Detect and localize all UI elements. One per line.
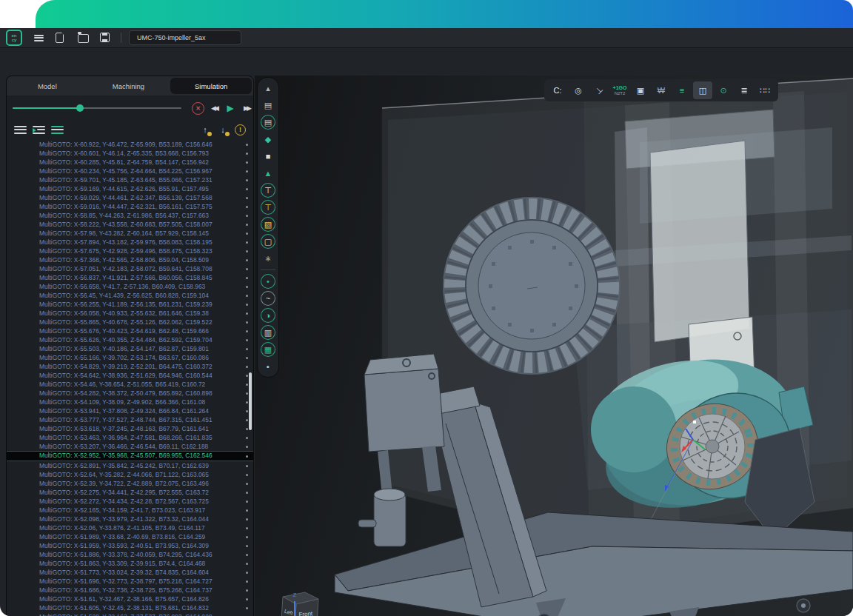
fixture-icon[interactable]: ▲ (261, 167, 275, 180)
stripes-display-icon[interactable]: ▥ (261, 326, 275, 339)
apps-grid-icon[interactable]: ∷∷ (755, 81, 775, 99)
spindle-icon[interactable]: ⊤ (261, 184, 275, 197)
view-cube[interactable]: Front Left Z X Y (262, 589, 351, 616)
play-button[interactable]: ▶ (224, 102, 237, 114)
nc-program-row[interactable]: MultiGOTO: X-57.98, Y-43.282, Z-60.164, … (7, 229, 253, 238)
nc-program-row[interactable]: MultiGOTO: X-51.863, Y-33.309, Z-39.915,… (7, 559, 253, 568)
nc-program-row[interactable]: MultiGOTO: X-60.601, Y-46.14, Z-65.335, … (7, 149, 253, 158)
nc-program-row[interactable]: MultiGOTO: X-52.891, Y-35.842, Z-45.242,… (7, 461, 253, 470)
slider-knob[interactable] (76, 104, 84, 112)
machine-icon[interactable]: ▤ (261, 98, 275, 112)
list-scrollbar[interactable] (249, 372, 252, 430)
nc-program-row[interactable]: MultiGOTO: X-54.109, Y-38.09, Z-49.902, … (7, 398, 253, 406)
nc-program-row[interactable]: MultiGOTO: X-59.016, Y-44.447, Z-62.321,… (7, 202, 253, 211)
points-display-icon[interactable]: • (261, 275, 275, 288)
open-file-button[interactable] (78, 33, 88, 43)
nc-program-row[interactable]: MultiGOTO: X-56.837, Y-41.921, Z-57.566,… (7, 273, 253, 282)
nc-program-row[interactable]: MultiGOTO: X-59.029, Y-44.461, Z-62.347,… (7, 193, 253, 202)
wireframe-icon[interactable]: ₩ (652, 81, 671, 99)
stock-icon[interactable]: ■ (261, 150, 275, 163)
nc-program-row[interactable]: MultiGOTO: X-52.952, Y-35.968, Z-45.507,… (7, 451, 253, 461)
fast-forward-button[interactable]: ▶▶ (240, 102, 253, 114)
holder-icon[interactable]: ▧ (261, 218, 275, 231)
nc-program-row[interactable]: MultiGOTO: X-55.676, Y-40.423, Z-54.619,… (7, 327, 253, 335)
nc-program-row[interactable]: MultiGOTO: X-56.058, Y-40.933, Z-55.632,… (7, 309, 253, 318)
warnings-button[interactable]: ! (235, 124, 246, 135)
nc-program-row[interactable]: MultiGOTO: X-57.894, Y-43.182, Z-59.976,… (7, 238, 253, 247)
collision-check-icon[interactable]: C: (548, 81, 567, 99)
nc-program-row[interactable]: MultiGOTO: X-53.777, Y-37.527, Z-48.744,… (7, 415, 253, 424)
nc-program-row[interactable]: MultiGOTO: X-56.658, Y-41.7, Z-57.136, B… (7, 282, 253, 291)
nc-program-row[interactable]: MultiGOTO: X-56.45, Y-41.439, Z-56.625, … (7, 291, 253, 300)
nc-program-row[interactable]: MultiGOTO: X-51.886, Y-33.378, Z-40.059,… (7, 550, 253, 559)
nc-program-row[interactable]: MultiGOTO: X-51.61, Y-32.467, Z-38.166, … (7, 595, 253, 603)
solid-display-icon[interactable]: ◑ (261, 309, 275, 322)
nc-program-row[interactable]: MultiGOTO: X-52.39, Y-34.722, Z-42.889, … (7, 479, 253, 488)
list-grouped-view-icon[interactable] (51, 126, 64, 134)
nc-program-row[interactable]: MultiGOTO: X-59.169, Y-44.615, Z-62.626,… (7, 184, 253, 193)
nc-program-row[interactable]: MultiGOTO: X-53.941, Y-37.808, Z-49.324,… (7, 406, 253, 415)
door-icon[interactable]: ▢ (261, 235, 275, 248)
nc-program-row[interactable]: MultiGOTO: X-51.696, Y-32.773, Z-38.797,… (7, 577, 253, 586)
nc-program-row[interactable]: MultiGOTO: X-60.922, Y-46.472, Z-65.909,… (7, 140, 253, 149)
nc-program-row[interactable]: MultiGOTO: X-52.272, Y-34.434, Z-42.28, … (7, 497, 253, 506)
new-file-button[interactable] (56, 33, 66, 43)
layers-stack-icon[interactable]: ≡ (672, 81, 692, 99)
nc-program-row[interactable]: MultiGOTO: X-52.165, Y-34.159, Z-41.7, B… (7, 506, 253, 515)
nc-program-row[interactable]: MultiGOTO: X-58.85, Y-44.263, Z-61.986, … (7, 211, 253, 220)
nc-program-row[interactable]: MultiGOTO: X-55.503, Y-40.186, Z-54.147,… (7, 344, 253, 353)
next-warning-button[interactable]: ↓ (217, 124, 229, 135)
toolbar-divider[interactable] (261, 270, 275, 270)
note-icon[interactable]: ▪ (261, 360, 275, 373)
nc-program-row[interactable]: MultiGOTO: X-59.701, Y-45.185, Z-63.645,… (7, 175, 253, 184)
list-flat-view-icon[interactable] (14, 126, 27, 134)
caliper-icon[interactable]: ⊤ (586, 77, 612, 103)
list-current-statement-icon[interactable] (33, 126, 45, 134)
sliders-icon[interactable]: ≣ (735, 81, 754, 99)
tool-icon[interactable]: ◆ (261, 133, 275, 146)
nc-program-row[interactable]: MultiGOTO: X-53.618, Y-37.245, Z-48.163,… (7, 424, 253, 433)
save-button[interactable] (100, 33, 110, 43)
nc-program-row[interactable]: MultiGOTO: X-57.368, Y-42.565, Z-58.806,… (7, 255, 253, 264)
nc-program-row[interactable]: MultiGOTO: X-57.051, Y-42.183, Z-58.072,… (7, 264, 253, 273)
nc-program-row[interactable]: MultiGOTO: X-55.865, Y-40.678, Z-55.126,… (7, 318, 253, 327)
previous-warning-button[interactable]: ↑ (199, 124, 211, 135)
nc-program-row[interactable]: MultiGOTO: X-51.959, Y-33.593, Z-40.51, … (7, 541, 253, 550)
nc-program-row[interactable]: MultiGOTO: X-58.222, Y-43.558, Z-60.683,… (7, 220, 253, 229)
nc-program-row[interactable]: MultiGOTO: X-57.675, Y-42.928, Z-59.496,… (7, 247, 253, 255)
nc-program-row[interactable]: MultiGOTO: X-53.463, Y-36.964, Z-47.581,… (7, 433, 253, 442)
nc-program-row[interactable]: MultiGOTO: X-56.255, Y-41.189, Z-56.135,… (7, 300, 253, 309)
nc-program-row[interactable]: MultiGOTO: X-52.06, Y-33.876, Z-41.105, … (7, 523, 253, 532)
nc-program-row[interactable]: MultiGOTO: X-52.64, Y-35.282, Z-44.066, … (7, 470, 253, 479)
curve-display-icon[interactable]: ~ (261, 292, 275, 305)
nc-program-row[interactable]: MultiGOTO: X-60.285, Y-45.81, Z-64.759, … (7, 158, 253, 167)
nc-program-row[interactable]: MultiGOTO: X-54.282, Y-38.372, Z-50.479,… (7, 389, 253, 398)
nc-program-row[interactable]: MultiGOTO: X-55.166, Y-39.702, Z-53.174,… (7, 353, 253, 362)
target-gear-icon[interactable]: ⊙ (714, 81, 733, 99)
nc-program-row[interactable]: MultiGOTO: X-51.773, Y-33.024, Z-39.32, … (7, 568, 253, 577)
nc-program-row[interactable]: MultiGOTO: X-51.989, Y-33.68, Z-40.69, B… (7, 532, 253, 541)
nc-program-row[interactable]: MultiGOTO: X-52.275, Y-34.441, Z-42.295,… (7, 488, 253, 497)
machine-simulation-icon[interactable]: ▤ (261, 116, 275, 129)
nc-program-row[interactable]: MultiGOTO: X-51.528, Y-32.163, Z-37.537,… (7, 612, 253, 616)
nc-program-row[interactable]: MultiGOTO: X-52.098, Y-33.979, Z-41.322,… (7, 515, 253, 523)
chevron-up-icon[interactable]: ▴ (261, 81, 275, 95)
nc-program-row[interactable]: MultiGOTO: X-51.605, Y-32.45, Z-38.131, … (7, 603, 253, 612)
nc-program-row[interactable]: MultiGOTO: X-51.686, Y-32.738, Z-38.725,… (7, 586, 253, 595)
panel-tab[interactable]: Model (7, 76, 88, 96)
probe-icon[interactable]: ◎ (569, 81, 588, 99)
app-logo[interactable]: en cy (6, 30, 22, 46)
panel-tab[interactable]: Simulation (170, 78, 252, 94)
sparkle-icon[interactable]: ∗ (261, 252, 275, 265)
timeline-slider[interactable] (13, 104, 181, 112)
nc-program-row[interactable]: MultiGOTO: X-54.642, Y-38.936, Z-51.629,… (7, 371, 253, 380)
nc-program-row[interactable]: MultiGOTO: X-55.626, Y-40.355, Z-54.484,… (7, 335, 253, 344)
tool-axis-icon[interactable]: ⊤ (261, 201, 275, 214)
3d-viewport[interactable]: ▴▤▤◆■▲⊤⊤▧▢∗•~◑▥▦▪ C: ◎ ⊤ +1GO N2T2 (255, 76, 853, 616)
machine-panel-icon[interactable]: ▣ (631, 81, 650, 99)
nc-program-row[interactable]: MultiGOTO: X-54.46, Y-38.654, Z-51.055, … (7, 380, 253, 389)
tool-display-icon[interactable]: ◫ (693, 81, 712, 99)
goto-counter[interactable]: +1GO N2T2 (610, 81, 629, 99)
document-tab[interactable]: UMC-750-impeller_5ax (129, 30, 241, 45)
rewind-button[interactable]: ◀◀ (207, 102, 221, 114)
